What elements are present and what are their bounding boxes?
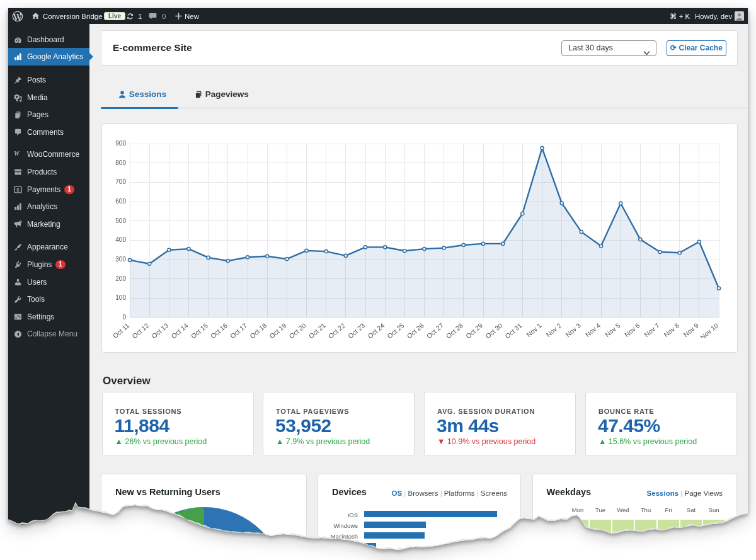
svg-text:Nov 3: Nov 3	[564, 321, 582, 338]
svg-text:W: W	[14, 150, 20, 157]
svg-text:Oct 28: Oct 28	[445, 321, 465, 338]
svg-text:300: 300	[115, 256, 126, 263]
svg-text:Nov 10: Nov 10	[699, 321, 719, 338]
svg-text:Oct 23: Oct 23	[346, 321, 367, 338]
svg-text:Oct 30: Oct 30	[484, 321, 504, 338]
svg-text:Nov 2: Nov 2	[544, 321, 563, 338]
svg-text:Oct 27: Oct 27	[425, 321, 445, 338]
svg-text:Oct 18: Oct 18	[248, 321, 268, 338]
svg-text:Oct 24: Oct 24	[366, 321, 386, 338]
svg-text:200: 200	[115, 275, 126, 282]
svg-text:600: 600	[115, 198, 126, 205]
svg-text:Oct 31: Oct 31	[503, 321, 524, 338]
svg-text:Oct 17: Oct 17	[229, 321, 249, 338]
svg-text:Oct 14: Oct 14	[169, 321, 190, 338]
svg-text:Oct 21: Oct 21	[307, 321, 328, 338]
svg-text:Oct 13: Oct 13	[150, 321, 170, 338]
svg-text:800: 800	[115, 159, 126, 166]
svg-text:Oct 25: Oct 25	[386, 321, 406, 338]
svg-text:Nov 4: Nov 4	[584, 321, 602, 338]
svg-text:Oct 20: Oct 20	[287, 321, 307, 338]
svg-text:Oct 16: Oct 16	[209, 321, 229, 338]
svg-text:Oct 26: Oct 26	[405, 321, 425, 338]
svg-text:Oct 12: Oct 12	[130, 321, 151, 338]
svg-text:700: 700	[115, 178, 126, 185]
svg-text:Oct 19: Oct 19	[268, 321, 288, 338]
svg-text:Nov 7: Nov 7	[643, 321, 661, 338]
svg-text:Nov 9: Nov 9	[682, 321, 700, 338]
svg-text:Nov 8: Nov 8	[662, 321, 680, 338]
svg-text:500: 500	[115, 217, 126, 224]
svg-text:900: 900	[115, 140, 126, 147]
svg-text:100: 100	[115, 294, 126, 301]
svg-text:Nov 5: Nov 5	[604, 321, 622, 338]
svg-text:Oct 22: Oct 22	[327, 321, 347, 338]
svg-text:Nov 6: Nov 6	[623, 321, 641, 338]
svg-text:400: 400	[115, 236, 126, 243]
svg-text:0: 0	[122, 314, 126, 321]
svg-text:Oct 11: Oct 11	[111, 321, 130, 338]
svg-text:$: $	[16, 186, 20, 192]
svg-text:Oct 15: Oct 15	[190, 321, 210, 338]
svg-text:Nov 1: Nov 1	[525, 321, 543, 338]
svg-text:Oct 29: Oct 29	[464, 321, 484, 338]
